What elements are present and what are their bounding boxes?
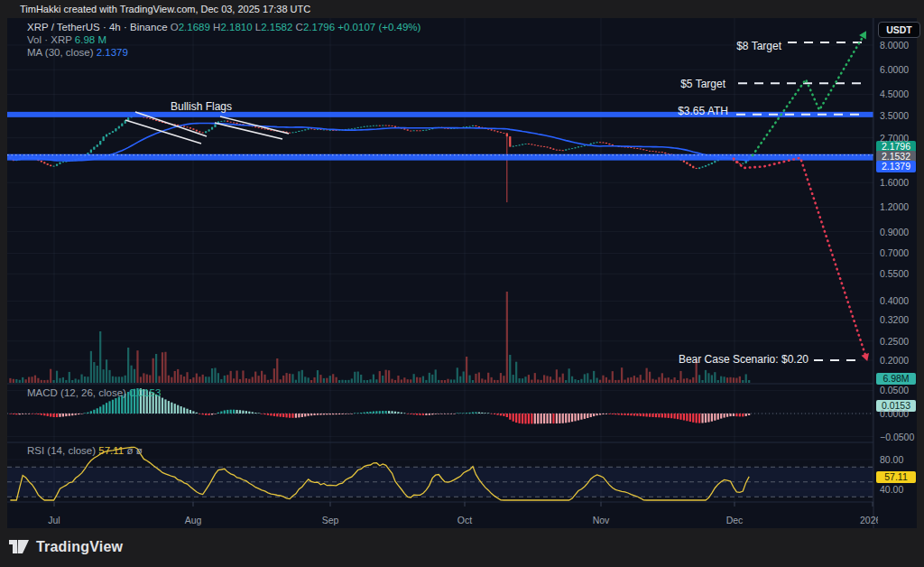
close-value: 2.1796 xyxy=(303,22,335,33)
macd-value: 0.0153 xyxy=(129,387,161,398)
price-tick-label[interactable]: 0.3200 xyxy=(880,314,909,325)
price-tick-label[interactable]: 0.2000 xyxy=(880,355,909,366)
ma-legend[interactable]: MA (30, close) 2.1379 xyxy=(27,47,128,59)
chart-canvas[interactable] xyxy=(7,18,917,528)
symbol-legend[interactable]: XRP / TetherUS · 4h · Binance O2.1689 H2… xyxy=(27,22,420,33)
year-axis-label[interactable]: 2026 xyxy=(860,515,878,525)
bear-case-label: Bear Case Scenario: $0.20 xyxy=(628,353,808,366)
macd-legend[interactable]: MACD (12, 26, close) 0.0153 xyxy=(27,387,161,399)
month-axis-label[interactable]: Jul xyxy=(36,515,72,525)
symbol-title: XRP / TetherUS · 4h · Binance xyxy=(27,22,168,33)
rsi-tick-label[interactable]: 80.00 xyxy=(880,454,903,465)
macd-tick-label[interactable]: −0.0500 xyxy=(880,432,914,442)
month-axis-label[interactable]: Sep xyxy=(312,515,348,525)
price-tick-label[interactable]: 1.2000 xyxy=(880,201,909,212)
volume-legend[interactable]: Vol · XRP 6.98 M xyxy=(27,34,106,46)
price-tick-label[interactable]: 3.5000 xyxy=(880,110,909,121)
target-8-label: $8 Target xyxy=(691,40,781,52)
ath-label: $3.65 ATH xyxy=(638,105,728,117)
tradingview-logo-icon xyxy=(9,538,30,555)
rsi-tick-label[interactable]: 40.00 xyxy=(880,484,903,495)
chart-plot[interactable] xyxy=(7,18,917,528)
ma-price-badge: 2.1379 xyxy=(876,161,916,172)
price-tick-label[interactable]: 2.7000 xyxy=(880,133,909,144)
bullish-flags-label: Bullish Flags xyxy=(138,100,264,113)
price-tick-label[interactable]: 0.5500 xyxy=(880,268,909,279)
rsi-legend[interactable]: RSI (14, close) 57.11 ø ø xyxy=(27,445,143,457)
change-value: +0.0107 (+0.49%) xyxy=(337,22,420,33)
tradingview-logo[interactable]: TradingView xyxy=(9,538,123,555)
macd-tick-label[interactable]: 0.0000 xyxy=(880,408,909,419)
price-tick-label[interactable]: 4.5000 xyxy=(880,88,909,99)
tradingview-chart-page: TimHakki created with TradingView.com, D… xyxy=(0,0,924,567)
macd-tick-label[interactable]: 0.0500 xyxy=(880,385,909,395)
rsi-hidden-series: ø ø xyxy=(126,445,142,456)
price-tick-label[interactable]: 1.6000 xyxy=(880,177,909,188)
rsi-value: 57.11 xyxy=(98,445,124,456)
target-5-label: $5 Target xyxy=(635,78,725,90)
price-tick-label[interactable]: 0.7000 xyxy=(880,247,909,258)
month-axis-label[interactable]: Aug xyxy=(175,515,211,525)
open-value: 2.1689 xyxy=(179,22,210,33)
price-tick-label[interactable]: 6.0000 xyxy=(880,64,909,75)
price-tick-label[interactable]: 0.2500 xyxy=(880,336,909,347)
ma-value: 2.1379 xyxy=(97,47,128,58)
month-axis-label[interactable]: Nov xyxy=(583,515,619,525)
rsi-badge: 57.11 xyxy=(876,471,916,483)
price-tick-label[interactable]: 0.9000 xyxy=(880,227,909,237)
month-axis-label[interactable]: Oct xyxy=(447,515,483,525)
price-tick-label[interactable]: 8.0000 xyxy=(880,40,909,51)
attribution-text: TimHakki created with TradingView.com, D… xyxy=(20,4,310,14)
currency-toggle-button[interactable]: USDT xyxy=(878,22,920,38)
month-axis-label[interactable]: Dec xyxy=(716,515,753,525)
high-value: 2.1810 xyxy=(220,22,252,33)
low-value: 2.1582 xyxy=(261,22,292,33)
price-tick-label[interactable]: 0.4000 xyxy=(880,295,909,306)
volume-value: 6.98 M xyxy=(75,34,106,45)
volume-badge: 6.98M xyxy=(876,373,916,385)
